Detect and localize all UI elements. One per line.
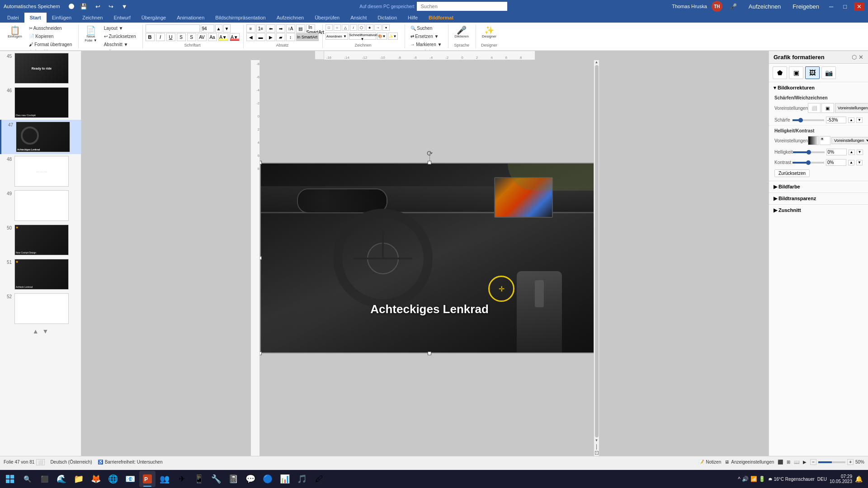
filename-input[interactable]: PPT01 Roter Faden 004.... bbox=[294, 4, 357, 9]
accessibility-status[interactable]: ♿ Barrierefreiheit: Untersuchen bbox=[98, 460, 163, 465]
helligkeit-thumb[interactable] bbox=[807, 150, 811, 155]
preset-hk-1[interactable] bbox=[808, 136, 819, 145]
zoom-slider[interactable] bbox=[818, 461, 845, 463]
shape-2[interactable]: ○ bbox=[334, 24, 341, 31]
slide-panel-toggle[interactable]: ⬜ bbox=[36, 459, 45, 465]
numbered-list-button[interactable]: 1≡ bbox=[256, 24, 265, 33]
shape-3[interactable]: △ bbox=[342, 24, 349, 31]
global-search-input[interactable] bbox=[417, 2, 507, 11]
slide-thumb-48[interactable]: 48 — — — bbox=[0, 154, 81, 188]
taskbar-edge2[interactable]: 🔵 bbox=[259, 471, 276, 487]
zuruecksetzen-button[interactable]: Zurücksetzen bbox=[774, 169, 810, 177]
system-tray-icons[interactable]: ^ 🔊 📶 🔋 bbox=[738, 476, 765, 482]
panel-icon-image[interactable]: 🖼 bbox=[805, 66, 820, 79]
slide-thumb-50[interactable]: 50 ★ New Cockpit Design bbox=[0, 223, 81, 257]
col-spacing-button[interactable]: ↕ bbox=[286, 33, 295, 41]
taskbar-datetime[interactable]: 07:29 10.05.2023 bbox=[830, 474, 852, 484]
highlight-button[interactable]: A▼ bbox=[218, 33, 228, 41]
font-size-up[interactable]: ▲ bbox=[215, 24, 222, 33]
italic-button[interactable]: I bbox=[156, 33, 165, 41]
undo-button[interactable]: ↩ bbox=[93, 2, 103, 11]
tab-uebergaenge[interactable]: Übergänge bbox=[136, 13, 171, 23]
preset-blur[interactable]: ⬜ bbox=[808, 103, 821, 113]
fuelleffekt-button[interactable]: 🎨▼ bbox=[377, 33, 387, 40]
notification-button[interactable]: 🔔 bbox=[855, 475, 863, 483]
comments-button[interactable]: Freigeben bbox=[790, 2, 822, 11]
panel-icon-layout[interactable]: ▣ bbox=[789, 66, 803, 79]
kontrast-thumb[interactable] bbox=[806, 160, 811, 165]
scroll-thumb[interactable] bbox=[595, 65, 599, 437]
taskbar-app4[interactable]: 🎵 bbox=[294, 471, 310, 487]
markieren-button[interactable]: → Markieren ▼ bbox=[408, 41, 445, 48]
zoom-in-button[interactable]: + bbox=[847, 459, 854, 465]
hk-preset-select[interactable]: Voreinstellungen bbox=[831, 137, 868, 144]
formeffekte-button[interactable]: ✨▼ bbox=[388, 33, 398, 40]
preset-hk-2[interactable]: ☀ bbox=[820, 136, 830, 145]
bullet-list-button[interactable]: ≡ bbox=[246, 24, 255, 33]
taskbar-excel[interactable]: 📊 bbox=[277, 471, 293, 487]
format-uebertragen-button[interactable]: 🖌 Format übertragen bbox=[26, 41, 75, 48]
taskbar-outlook[interactable]: 📧 bbox=[122, 471, 138, 487]
bildkorrekturen-header[interactable]: ▾ Bildkorrekturen bbox=[769, 82, 868, 94]
font-size-down[interactable]: ▼ bbox=[223, 24, 231, 33]
suchen-button[interactable]: 🔍 Suchen bbox=[408, 24, 445, 32]
view-presenter[interactable]: ▶ bbox=[803, 460, 807, 465]
shape-6[interactable]: ★ bbox=[366, 24, 373, 31]
taskbar-app3[interactable]: 💬 bbox=[242, 471, 259, 487]
taskbar-chrome[interactable]: 🌐 bbox=[105, 471, 121, 487]
handle-tl[interactable] bbox=[260, 161, 262, 164]
anordnen-button[interactable]: Anordnen ▼ bbox=[326, 33, 348, 40]
diktieren-button[interactable]: 🎤 Diktieren bbox=[451, 24, 472, 40]
preset-select[interactable]: Voreinstellungen bbox=[835, 103, 868, 113]
strikethrough-button[interactable]: S bbox=[177, 33, 186, 41]
slide-thumb-47[interactable]: 47 Achteckiges Lenkrad bbox=[0, 120, 81, 154]
taskbar-app5[interactable]: 🖊 bbox=[311, 471, 327, 487]
case-button[interactable]: Aa bbox=[208, 33, 217, 41]
tab-bildformat[interactable]: Bildformat bbox=[423, 13, 459, 23]
text-ausrichten-button[interactable]: ▤ bbox=[296, 24, 305, 33]
scroll-extra-2[interactable]: ⊡ bbox=[594, 450, 599, 456]
tab-aufzeichnen[interactable]: Aufzeichnen bbox=[271, 13, 310, 23]
tab-einfuegen[interactable]: Einfügen bbox=[47, 13, 77, 23]
taskbar-teams[interactable]: 👥 bbox=[156, 471, 173, 487]
scroll-down-arrow[interactable]: ▼ bbox=[595, 438, 599, 442]
bildfarbe-header[interactable]: ▶ Bildfarbe bbox=[769, 181, 868, 192]
slide-thumb-45[interactable]: 45 Ready to ride bbox=[0, 51, 81, 85]
slide-canvas[interactable]: ✛ Achteckiges Lenkrad bbox=[260, 163, 599, 353]
handle-ml[interactable] bbox=[260, 256, 262, 260]
underline-button[interactable]: U bbox=[166, 33, 175, 41]
panel-icon-photo[interactable]: 📷 bbox=[821, 66, 836, 79]
taskbar-powerpoint[interactable]: P bbox=[139, 471, 156, 487]
schaerfe-up[interactable]: ▲ bbox=[848, 117, 854, 123]
more-button[interactable]: ▼ bbox=[119, 2, 130, 11]
autosave-track[interactable] bbox=[62, 3, 75, 9]
schaerfe-thumb[interactable] bbox=[798, 118, 803, 122]
notes-button[interactable]: 📝 Notizen bbox=[698, 460, 721, 465]
slide-thumb-49[interactable]: 49 bbox=[0, 188, 81, 223]
kontrast-input[interactable] bbox=[826, 159, 846, 166]
smartart-button[interactable]: In SmartArt bbox=[306, 24, 315, 33]
ersetzen-button[interactable]: ⇄ Ersetzen ▼ bbox=[408, 33, 445, 40]
shadow-button[interactable]: S bbox=[187, 33, 196, 41]
maximize-button[interactable]: □ bbox=[840, 2, 849, 11]
kontrast-slider[interactable] bbox=[793, 162, 824, 164]
panel-close-button[interactable]: ✕ bbox=[859, 54, 863, 61]
taskbar-explorer[interactable]: 📁 bbox=[71, 471, 87, 487]
kontrast-up[interactable]: ▲ bbox=[848, 160, 854, 165]
slide-thumb-52[interactable]: 52 bbox=[0, 291, 81, 326]
shape-5[interactable]: ⬡ bbox=[358, 24, 365, 31]
language-status[interactable]: Deutsch (Österreich) bbox=[50, 460, 92, 465]
autosave-toggle[interactable]: Automatisches Speichern bbox=[4, 3, 75, 9]
char-spacing-button[interactable]: AV bbox=[198, 33, 207, 41]
schnellformatvorlage-button[interactable]: Schnellformatvorlagen ▼ bbox=[349, 33, 376, 40]
handle-bl[interactable] bbox=[260, 352, 262, 355]
tab-ueberpruefen[interactable]: Überprüfen bbox=[309, 13, 345, 23]
font-color-button[interactable]: A▼ bbox=[230, 33, 240, 41]
font-size-input[interactable] bbox=[201, 24, 214, 33]
slide-thumb-46[interactable]: 46 Das neu Cockpit bbox=[0, 85, 81, 120]
vertical-scrollbar[interactable]: ▲ ▼ | ⊡ bbox=[594, 60, 599, 456]
taskbar-onenote[interactable]: 📓 bbox=[225, 471, 241, 487]
panel-scroll-up[interactable]: ▲ bbox=[33, 328, 39, 335]
panel-scroll-down[interactable]: ▼ bbox=[42, 328, 49, 335]
designer-button[interactable]: ✨ Designer bbox=[479, 24, 500, 40]
